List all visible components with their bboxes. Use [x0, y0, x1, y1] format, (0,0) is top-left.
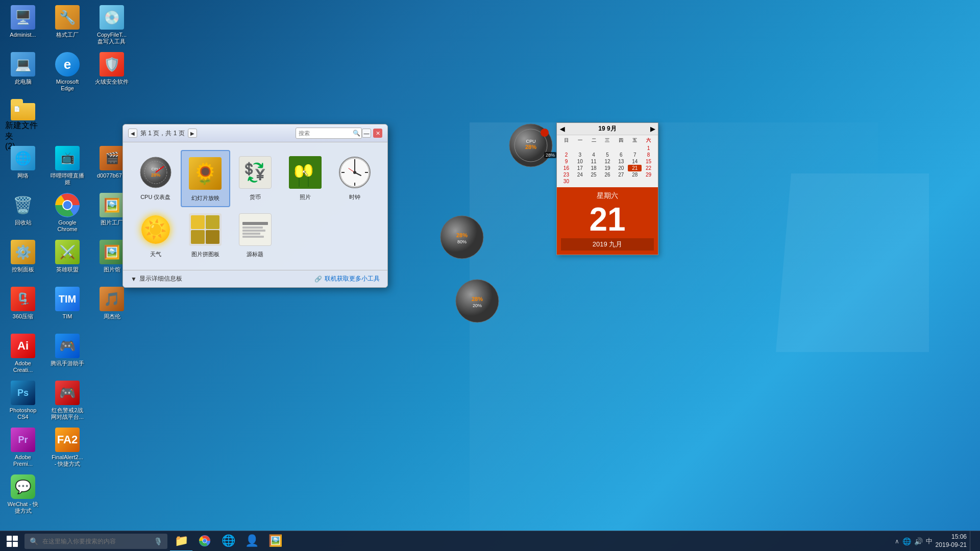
gadget-item-slideshow[interactable]: 🌻 幻灯片放映: [181, 150, 231, 207]
close-button[interactable]: ✕: [373, 129, 382, 138]
cal-day-4[interactable]: 4: [587, 152, 601, 158]
taskbar-app-explorer[interactable]: 📁: [170, 531, 192, 552]
cal-day-14[interactable]: 14: [628, 158, 642, 165]
next-page-button[interactable]: ▶: [188, 129, 197, 138]
gadget-item-iconmanager[interactable]: 源标题: [230, 207, 280, 262]
cal-day-6[interactable]: 6: [614, 152, 628, 158]
desktop-icon-net[interactable]: 🌐 网络: [3, 143, 43, 189]
desktop-icon-zhoujielun[interactable]: 🎵 周杰伦: [91, 284, 132, 330]
cal-day-16[interactable]: 16: [559, 165, 573, 171]
minimize-button[interactable]: —: [362, 129, 371, 138]
desktop-icon-finalalert[interactable]: FA2 FinalAlert2...- 快捷方式: [47, 425, 88, 471]
desktop-icon-control[interactable]: ⚙️ 控制面板: [3, 237, 43, 283]
gadget-item-photo[interactable]: ↖ 照片: [280, 150, 330, 207]
prev-page-button[interactable]: ◀: [128, 129, 137, 138]
show-details-icon: ▼: [131, 276, 137, 283]
cal-day-19[interactable]: 19: [601, 165, 615, 171]
cal-day-28[interactable]: 28: [628, 171, 642, 178]
day-header-tue: 二: [587, 136, 601, 145]
tray-network-icon[interactable]: 🌐: [902, 537, 911, 545]
cal-day-15[interactable]: 15: [642, 158, 655, 165]
gadget-nav: ◀ 第 1 页，共 1 页 ▶: [128, 129, 197, 138]
desktop-icon-bili[interactable]: 📺 哔哩哔哩直播姬: [47, 143, 88, 189]
gadget-weather-label: 天气: [150, 251, 161, 258]
cal-day-13[interactable]: 13: [614, 158, 628, 165]
cal-day-20[interactable]: 20: [614, 165, 628, 171]
cal-day-26[interactable]: 26: [601, 171, 615, 178]
header-controls: 🔍 — ✕: [296, 128, 382, 139]
taskbar-search-input[interactable]: [42, 538, 144, 545]
cal-day-29[interactable]: 29: [642, 171, 655, 178]
tray-ime-icon[interactable]: 中: [926, 537, 933, 546]
tray-clock[interactable]: 15:06 2019-09-21: [936, 533, 967, 549]
cal-day-25[interactable]: 25: [587, 171, 601, 178]
cal-day-18[interactable]: 18: [587, 165, 601, 171]
cal-day-27[interactable]: 27: [614, 171, 628, 178]
cal-day-8[interactable]: 8: [642, 152, 655, 158]
desktop-icon-redfight[interactable]: 🎮 红色警戒2战网对战平台...: [47, 378, 88, 424]
windows-logo-icon: [7, 536, 18, 547]
desktop-icon-admin[interactable]: 🖥️ Administ...: [3, 3, 43, 48]
gadget-item-weather[interactable]: ☀️ 天气: [131, 207, 181, 262]
taskbar-app-chrome[interactable]: [193, 531, 216, 552]
desktop-icon-360compress[interactable]: 🗜️ 360压缩: [3, 284, 43, 330]
desktop-icon-wechat[interactable]: 💬 WeChat - 快捷方式: [3, 472, 43, 518]
cal-day-5[interactable]: 5: [601, 152, 615, 158]
desktop-icon-newfolder[interactable]: 📄 新建文件夹(2): [3, 96, 43, 142]
gadget-item-cpu[interactable]: CPU 28% CPU 仪表盘: [131, 150, 181, 207]
tray-arrow[interactable]: ∧: [895, 538, 899, 545]
cal-day-21-today[interactable]: 21: [628, 165, 642, 171]
cal-day-3[interactable]: 3: [573, 152, 587, 158]
taskbar-search[interactable]: 🔍 🎙️: [24, 534, 167, 549]
cal-day-7[interactable]: 7: [628, 152, 642, 158]
gadget-item-currency[interactable]: 💱 货币: [230, 150, 280, 207]
day-header-wed: 三: [601, 136, 615, 145]
desktop-icon-txgame[interactable]: 🎮 腾讯手游助手: [47, 331, 88, 377]
cal-day-23[interactable]: 23: [559, 171, 573, 178]
cal-day-10[interactable]: 10: [573, 158, 587, 165]
day-header-fri: 五: [628, 136, 642, 145]
cal-day-1[interactable]: 1: [642, 145, 655, 152]
desktop-icon-copyfile[interactable]: 💿 CopyFileT...盘写入工具: [91, 3, 132, 48]
desktop-icon-hero[interactable]: ⚔️ 英雄联盟: [47, 237, 88, 283]
cal-next-button[interactable]: ▶: [650, 126, 655, 133]
desktop-icon-edge[interactable]: e MicrosoftEdge: [47, 49, 88, 95]
svg-text:CPU: CPU: [526, 139, 535, 144]
desktop-icon-format[interactable]: 🔧 格式工厂: [47, 3, 88, 48]
start-button[interactable]: [0, 531, 24, 552]
cal-day-11[interactable]: 11: [587, 158, 601, 165]
desktop-icon-tim[interactable]: TIM TIM: [47, 284, 88, 330]
cal-day-2[interactable]: 2: [559, 152, 573, 158]
cal-day-12[interactable]: 12: [601, 158, 615, 165]
get-more-icon: 🔗: [314, 276, 322, 283]
taskbar-app-photo[interactable]: 🖼️: [264, 531, 286, 552]
cal-day-17[interactable]: 17: [573, 165, 587, 171]
show-details-button[interactable]: ▼ 显示详细信息板: [131, 274, 182, 283]
calendar-day-name: 星期六: [561, 191, 654, 201]
desktop-icon-ps[interactable]: Ps PhotoshopCS4: [3, 378, 43, 424]
svg-point-2: [63, 201, 71, 209]
cal-day-24[interactable]: 24: [573, 171, 587, 178]
desktop-icon-huo360[interactable]: 🛡️ 火绒安全软件: [91, 49, 132, 95]
taskbar-app-internet[interactable]: 🌐: [217, 531, 239, 552]
gadget-iconmanager-label: 源标题: [247, 251, 263, 258]
cal-day-22[interactable]: 22: [642, 165, 655, 171]
svg-text:80%: 80%: [457, 239, 467, 244]
gauge-widget-3: 28% 20%: [454, 278, 500, 326]
desktop-icon-adobepremiere[interactable]: Pr AdobePremi...: [3, 425, 43, 471]
taskbar-app-user[interactable]: 👤: [240, 531, 263, 552]
show-desktop-button[interactable]: [970, 531, 975, 552]
gadget-item-photopuzzle[interactable]: 图片拼图板: [181, 207, 231, 262]
desktop-icon-pc[interactable]: 💻 此电脑: [3, 49, 43, 95]
cal-prev-button[interactable]: ◀: [560, 126, 565, 133]
desktop-icon-recycle[interactable]: 🗑️ 回收站: [3, 190, 43, 236]
gadget-item-clock[interactable]: 时钟: [330, 150, 380, 207]
cal-day-30[interactable]: 30: [559, 178, 573, 185]
search-icon[interactable]: 🔍: [352, 129, 361, 138]
desktop-icon-adobe-creative[interactable]: Ai AdobeCreati...: [3, 331, 43, 377]
cal-day-empty-end3: [601, 178, 615, 185]
get-more-button[interactable]: 🔗 联机获取更多小工具: [314, 274, 380, 283]
tray-volume-icon[interactable]: 🔊: [914, 537, 923, 545]
desktop-icon-chrome[interactable]: GoogleChrome: [47, 190, 88, 236]
cal-day-9[interactable]: 9: [559, 158, 573, 165]
